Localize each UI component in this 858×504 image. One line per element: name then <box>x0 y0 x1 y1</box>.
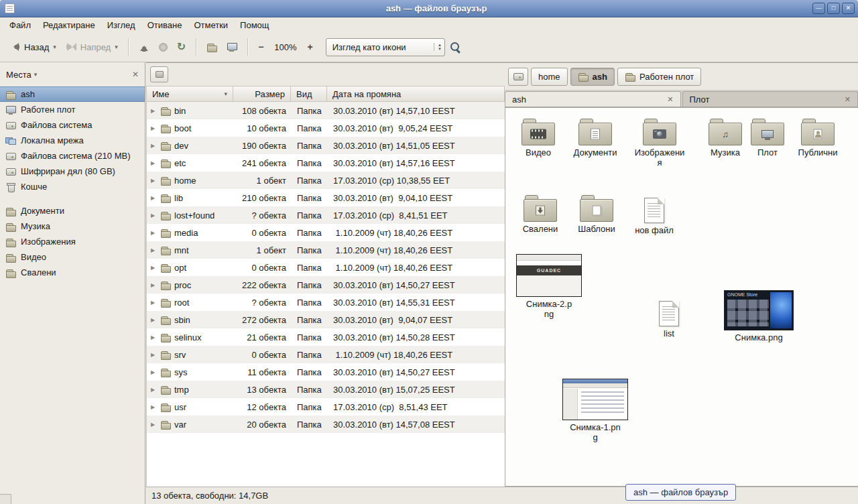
sidebar-item[interactable]: Изображения <box>0 234 145 249</box>
tree-row[interactable]: ▶lost+found? обектаПапка17.03.2010 (ср) … <box>147 206 505 224</box>
expander-icon[interactable]: ▶ <box>151 387 157 393</box>
spinner-icon[interactable]: ▴ ▾ <box>434 43 441 51</box>
menu-item[interactable]: Изглед <box>101 19 141 32</box>
icon-view-item[interactable]: нов файл <box>627 198 681 236</box>
menu-item[interactable]: Помощ <box>234 19 275 32</box>
home-button[interactable] <box>202 38 222 56</box>
expander-icon[interactable]: ▶ <box>151 160 157 166</box>
expander-icon[interactable]: ▶ <box>151 300 157 306</box>
back-history-caret-icon[interactable]: ▾ <box>53 44 56 50</box>
sidebar-item[interactable]: Видео <box>0 249 145 265</box>
zoom-in-button[interactable]: + <box>303 38 318 56</box>
tree-row[interactable]: ▶dev190 обектаПапка30.03.2010 (вт) 14,51… <box>147 137 505 154</box>
icon-view-item[interactable]: Видео <box>511 119 566 158</box>
expander-icon[interactable]: ▶ <box>151 178 157 184</box>
pathbar-root-button[interactable] <box>508 68 528 86</box>
view-mode-select[interactable]: Изглед като икони ▴ ▾ <box>326 38 445 56</box>
tab-close-icon[interactable]: ✕ <box>667 95 673 104</box>
icon-view-item[interactable]: Свалени <box>512 195 568 235</box>
tab-close-icon[interactable]: ✕ <box>845 95 851 104</box>
up-button[interactable] <box>134 39 154 55</box>
reload-button[interactable]: ↻ <box>172 39 190 55</box>
sidebar-item[interactable]: Шифриран дял (80 GB) <box>0 164 145 179</box>
sidebar-item[interactable]: Кошче <box>0 179 145 194</box>
expander-icon[interactable]: ▶ <box>151 334 157 340</box>
tab[interactable]: Плот✕ <box>682 91 858 107</box>
expander-icon[interactable]: ▶ <box>151 404 157 410</box>
expander-icon[interactable]: ▶ <box>151 422 157 428</box>
icon-view[interactable]: ВидеоДокументиИзображения♫МузикаПлотПубл… <box>505 107 858 487</box>
expander-icon[interactable]: ▶ <box>151 265 157 271</box>
column-header-size[interactable]: Размер <box>233 86 291 102</box>
column-header-type[interactable]: Вид <box>291 86 327 102</box>
expander-icon[interactable]: ▶ <box>151 247 157 253</box>
tree-row[interactable]: ▶boot10 обектаПапка30.03.2010 (вт) 9,05,… <box>147 119 505 137</box>
menu-item[interactable]: Файл <box>3 19 37 32</box>
icon-view-item[interactable]: Изображения <box>629 119 690 168</box>
sidebar-item[interactable]: ash <box>0 86 145 102</box>
side-pane-toggle-button[interactable] <box>150 66 168 82</box>
icon-view-item[interactable]: GNOME StoreСнимка.png <box>720 290 798 343</box>
sidebar-item[interactable]: Файлова система <box>0 117 145 133</box>
close-button[interactable]: ✕ <box>842 3 855 14</box>
tree-row[interactable]: ▶tmp13 обектаПапка30.03.2010 (вт) 15,07,… <box>147 381 505 398</box>
resize-grip[interactable] <box>0 494 11 504</box>
tree-row[interactable]: ▶srv0 обектаПапка 1.10.2009 (чт) 18,40,2… <box>147 346 505 363</box>
expander-icon[interactable]: ▶ <box>151 282 157 288</box>
tree-row[interactable]: ▶var20 обектаПапка30.03.2010 (вт) 14,57,… <box>147 416 505 433</box>
tree-row[interactable]: ▶lib210 обектаПапка30.03.2010 (вт) 9,04,… <box>147 189 505 206</box>
column-header-date[interactable]: Дата на промяна <box>327 86 505 102</box>
pathbar-button[interactable]: Работен плот <box>617 68 701 86</box>
tab[interactable]: ash✕ <box>505 91 681 107</box>
tree-row[interactable]: ▶bin108 обектаПапка30.03.2010 (вт) 14,57… <box>147 102 505 119</box>
icon-view-item[interactable]: Документи <box>566 119 625 158</box>
expander-icon[interactable]: ▶ <box>151 143 157 149</box>
tree-row[interactable]: ▶mnt1 обектПапка 1.10.2009 (чт) 18,40,26… <box>147 241 505 259</box>
search-button[interactable] <box>445 38 466 56</box>
close-sidebar-button[interactable]: ✕ <box>132 70 139 79</box>
column-header-name[interactable]: Име ▾ <box>146 86 233 102</box>
expander-icon[interactable]: ▶ <box>151 212 157 218</box>
sidebar-item[interactable]: Свалени <box>0 265 145 280</box>
tree-row[interactable]: ▶root? обектаПапка30.03.2010 (вт) 14,55,… <box>147 294 505 311</box>
places-caret-icon[interactable]: ▾ <box>34 71 38 78</box>
expander-icon[interactable]: ▶ <box>151 125 157 131</box>
places-label[interactable]: Места <box>6 70 32 80</box>
pathbar-button[interactable]: home <box>531 68 568 86</box>
icon-view-item[interactable]: Публични <box>788 119 847 158</box>
sidebar-item[interactable]: Работен плот <box>0 102 145 117</box>
menu-item[interactable]: Редактиране <box>37 19 101 32</box>
sidebar-item[interactable]: Музика <box>0 218 145 234</box>
titlebar[interactable]: ash — файлов браузър — □ ✕ <box>0 0 858 17</box>
tree-row[interactable]: ▶sys11 обектаПапка30.03.2010 (вт) 14,50,… <box>147 363 505 381</box>
icon-view-item[interactable]: list <box>644 301 694 339</box>
expander-icon[interactable]: ▶ <box>151 369 157 375</box>
icon-view-item[interactable]: Снимка-1.png <box>556 379 634 443</box>
expander-icon[interactable]: ▶ <box>151 195 157 201</box>
sidebar-item[interactable]: Локална мрежа <box>0 133 145 148</box>
back-button[interactable]: Назад ▾ <box>5 39 61 56</box>
expander-icon[interactable]: ▶ <box>151 317 157 323</box>
sidebar-item[interactable]: Документи <box>0 203 145 218</box>
icon-view-item[interactable]: GUADECСнимка-2.png <box>513 254 585 320</box>
zoom-out-button[interactable]: − <box>253 38 268 56</box>
sidebar-item[interactable]: Файлова система (210 MB) <box>0 148 145 164</box>
tree-row[interactable]: ▶proc222 обектаПапка30.03.2010 (вт) 14,5… <box>147 276 505 294</box>
menu-item[interactable]: Отметки <box>188 19 234 32</box>
expander-icon[interactable]: ▶ <box>151 108 157 114</box>
pathbar-button[interactable]: ash <box>570 68 615 86</box>
minimize-button[interactable]: — <box>812 3 825 14</box>
menu-item[interactable]: Отиване <box>141 19 188 32</box>
expander-icon[interactable]: ▶ <box>151 352 157 358</box>
tree-row[interactable]: ▶usr12 обектаПапка17.03.2010 (ср) 8,51,4… <box>147 398 505 416</box>
tree-row[interactable]: ▶opt0 обектаПапка 1.10.2009 (чт) 18,40,2… <box>147 259 505 276</box>
maximize-button[interactable]: □ <box>827 3 840 14</box>
tree-row[interactable]: ▶etc241 обектаПапка30.03.2010 (вт) 14,57… <box>147 154 505 172</box>
icon-view-item[interactable]: Шаблони <box>568 195 625 235</box>
tree-row[interactable]: ▶media0 обектаПапка 1.10.2009 (чт) 18,40… <box>147 224 505 241</box>
expander-icon[interactable]: ▶ <box>151 230 157 236</box>
computer-button[interactable] <box>222 38 242 56</box>
tree-row[interactable]: ▶sbin272 обектаПапка30.03.2010 (вт) 9,04… <box>147 311 505 328</box>
tree-row[interactable]: ▶home1 обектПапка17.03.2010 (ср) 10,38,5… <box>147 172 505 189</box>
tree-row[interactable]: ▶selinux21 обектаПапка30.03.2010 (вт) 14… <box>147 328 505 346</box>
